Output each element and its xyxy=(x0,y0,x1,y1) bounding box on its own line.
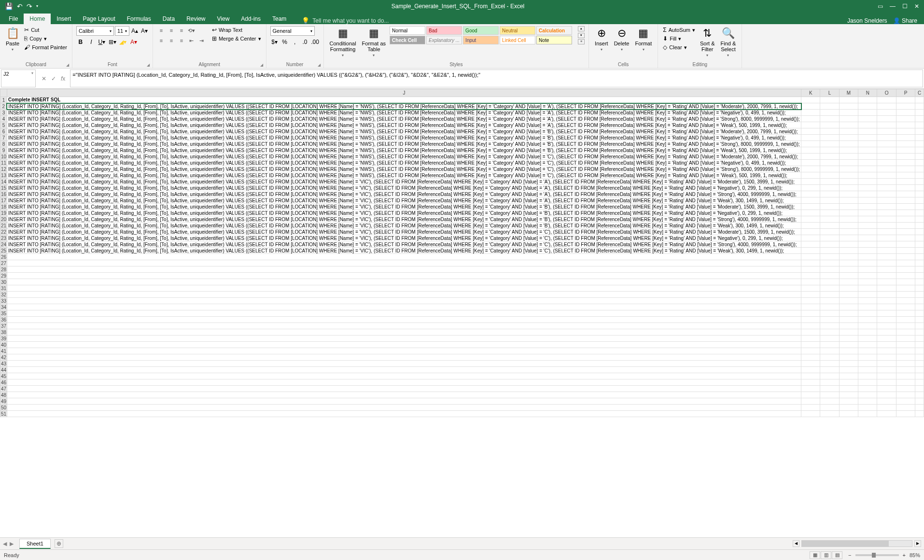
sheet-tab-sheet1[interactable]: Sheet1 xyxy=(19,539,51,549)
row-header-39[interactable]: 39 xyxy=(0,336,7,342)
cell-P42[interactable] xyxy=(896,354,915,361)
cell-N23[interactable] xyxy=(858,235,877,241)
cell-K30[interactable] xyxy=(801,279,820,285)
row-header-11[interactable]: 11 xyxy=(0,160,7,166)
cell-J9[interactable]: INSERT INTO [RATING] (Location_Id, Categ… xyxy=(7,147,801,154)
expand-gallery-icon[interactable]: ≡ xyxy=(578,39,585,44)
cell-C20[interactable] xyxy=(915,216,924,223)
dialog-launcher-icon[interactable]: ◢ xyxy=(147,63,150,67)
tell-me-search[interactable]: 💡 Tell me what you want to do... xyxy=(302,17,389,24)
cell-M14[interactable] xyxy=(839,179,858,185)
horizontal-scrollbar[interactable] xyxy=(801,540,912,547)
cell-L20[interactable] xyxy=(820,216,839,223)
cell-L17[interactable] xyxy=(820,197,839,204)
cell-L13[interactable] xyxy=(820,172,839,179)
tab-file[interactable]: File xyxy=(3,14,24,24)
cell-N38[interactable] xyxy=(858,329,877,336)
cell-M40[interactable] xyxy=(839,342,858,348)
cell-N26[interactable] xyxy=(858,254,877,260)
cell-J26[interactable] xyxy=(7,254,801,260)
cell-J30[interactable] xyxy=(7,279,801,285)
cell-P7[interactable] xyxy=(896,135,915,141)
cell-O14[interactable] xyxy=(877,179,896,185)
row-header-28[interactable]: 28 xyxy=(0,266,7,273)
cell-L22[interactable] xyxy=(820,229,839,235)
cell-L19[interactable] xyxy=(820,210,839,216)
cell-N11[interactable] xyxy=(858,160,877,166)
cell-K46[interactable] xyxy=(801,379,820,386)
cell-M2[interactable] xyxy=(839,103,858,110)
cell-K27[interactable] xyxy=(801,260,820,266)
cell-N7[interactable] xyxy=(858,135,877,141)
cell-K19[interactable] xyxy=(801,210,820,216)
style-calculation[interactable]: Calculation xyxy=(536,26,572,35)
cell-L15[interactable] xyxy=(820,185,839,191)
cell-O36[interactable] xyxy=(877,317,896,323)
cell-J48[interactable] xyxy=(7,392,801,398)
cell-C48[interactable] xyxy=(915,392,924,398)
cell-C19[interactable] xyxy=(915,210,924,216)
cell-L50[interactable] xyxy=(820,405,839,411)
row-header-46[interactable]: 46 xyxy=(0,379,7,386)
cell-M8[interactable] xyxy=(839,141,858,147)
cell-N20[interactable] xyxy=(858,216,877,223)
cell-P33[interactable] xyxy=(896,298,915,304)
cell-K32[interactable] xyxy=(801,292,820,298)
cell-N19[interactable] xyxy=(858,210,877,216)
cell-N18[interactable] xyxy=(858,204,877,210)
cell-C40[interactable] xyxy=(915,342,924,348)
cell-M30[interactable] xyxy=(839,279,858,285)
cell-O30[interactable] xyxy=(877,279,896,285)
dialog-launcher-icon[interactable]: ◢ xyxy=(66,63,69,67)
cell-C2[interactable] xyxy=(915,103,924,110)
cell-N6[interactable] xyxy=(858,128,877,135)
row-header-50[interactable]: 50 xyxy=(0,405,7,411)
cell-L46[interactable] xyxy=(820,379,839,386)
cell-K40[interactable] xyxy=(801,342,820,348)
cell-C1[interactable] xyxy=(915,97,924,103)
cell-C18[interactable] xyxy=(915,204,924,210)
cell-O22[interactable] xyxy=(877,229,896,235)
cell-L35[interactable] xyxy=(820,310,839,317)
font-color-icon[interactable]: A▾ xyxy=(129,38,138,46)
cell-P48[interactable] xyxy=(896,392,915,398)
cell-C38[interactable] xyxy=(915,329,924,336)
cell-J47[interactable] xyxy=(7,386,801,392)
cell-M20[interactable] xyxy=(839,216,858,223)
scroll-up-icon[interactable]: ▴ xyxy=(578,26,585,31)
cell-J49[interactable] xyxy=(7,398,801,405)
cell-P47[interactable] xyxy=(896,386,915,392)
cell-L18[interactable] xyxy=(820,204,839,210)
cell-O28[interactable] xyxy=(877,266,896,273)
cell-N45[interactable] xyxy=(858,373,877,379)
page-break-view-icon[interactable]: ▤ xyxy=(832,551,842,559)
font-size-selector[interactable]: 11▾ xyxy=(115,26,129,36)
cell-J43[interactable] xyxy=(7,361,801,367)
cell-N28[interactable] xyxy=(858,266,877,273)
cell-M50[interactable] xyxy=(839,405,858,411)
cell-N9[interactable] xyxy=(858,147,877,154)
cell-J34[interactable] xyxy=(7,304,801,310)
style-bad[interactable]: Bad xyxy=(426,26,462,35)
cell-M11[interactable] xyxy=(839,160,858,166)
cell-N48[interactable] xyxy=(858,392,877,398)
style-good[interactable]: Good xyxy=(463,26,499,35)
cell-N5[interactable] xyxy=(858,122,877,128)
cell-L23[interactable] xyxy=(820,235,839,241)
align-middle-icon[interactable]: ≡ xyxy=(167,26,176,35)
row-header-23[interactable]: 23 xyxy=(0,235,7,241)
cell-J46[interactable] xyxy=(7,379,801,386)
cell-C16[interactable] xyxy=(915,191,924,197)
cell-P11[interactable] xyxy=(896,160,915,166)
tab-team[interactable]: Team xyxy=(266,14,292,24)
cell-O17[interactable] xyxy=(877,197,896,204)
cell-O3[interactable] xyxy=(877,110,896,116)
cell-P51[interactable] xyxy=(896,411,915,417)
cell-C7[interactable] xyxy=(915,135,924,141)
cell-O48[interactable] xyxy=(877,392,896,398)
enter-formula-icon[interactable]: ✓ xyxy=(51,75,56,82)
cell-O47[interactable] xyxy=(877,386,896,392)
align-left-icon[interactable]: ≡ xyxy=(157,36,166,45)
row-header-3[interactable]: 3 xyxy=(0,110,7,116)
cell-C44[interactable] xyxy=(915,367,924,373)
